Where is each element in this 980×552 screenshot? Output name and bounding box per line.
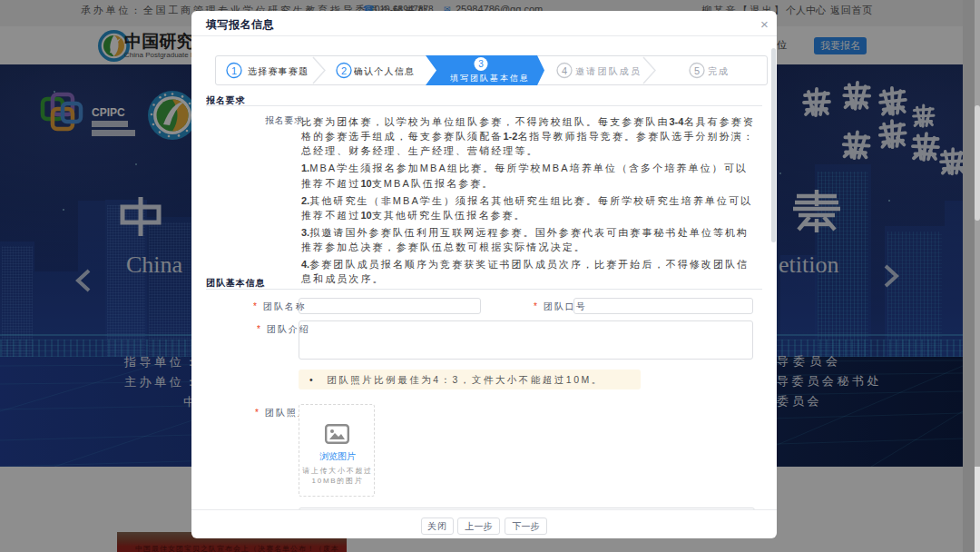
svg-text:3: 3 [478,59,484,69]
svg-text:4: 4 [562,65,567,76]
svg-text:2: 2 [341,65,347,76]
svg-text:1: 1 [231,65,237,76]
svg-text:5: 5 [694,65,700,76]
